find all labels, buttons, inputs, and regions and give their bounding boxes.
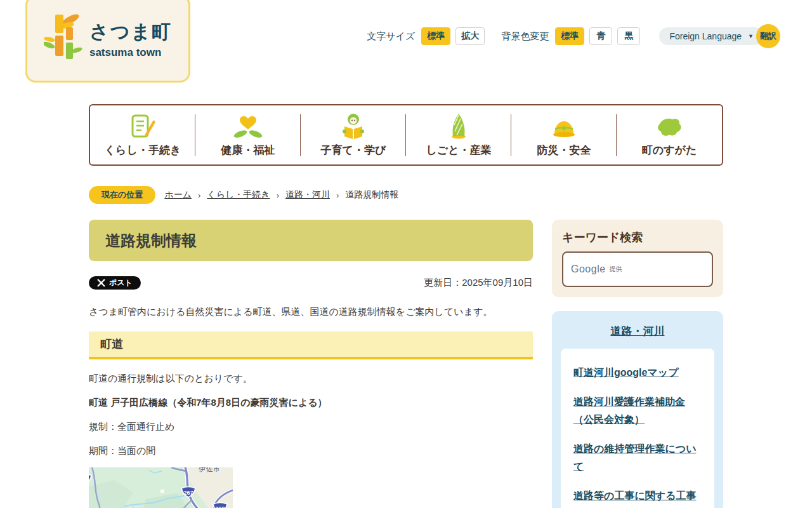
hands-heart-icon bbox=[233, 112, 263, 140]
language-dropdown[interactable]: Foreign Language ▼ bbox=[659, 27, 764, 45]
breadcrumb-separator: › bbox=[277, 190, 279, 200]
logo-subtitle: satsuma town bbox=[89, 46, 172, 59]
breadcrumb-separator: › bbox=[336, 190, 339, 200]
site-logo[interactable]: さつま町 satsuma town bbox=[25, 0, 190, 83]
bg-color-label: 背景色変更 bbox=[501, 30, 549, 43]
bamboo-logo-icon bbox=[44, 11, 83, 67]
breadcrumb-current-page: 道路規制情報 bbox=[345, 189, 398, 201]
related-link-iji-kanri[interactable]: 道路の維持管理作業について bbox=[573, 440, 702, 476]
town-map-icon bbox=[655, 112, 684, 140]
nav-item-machi[interactable]: 町のすがた bbox=[617, 105, 722, 164]
main-navigation: くらし・手続き 健康・福祉 子育て・学び bbox=[89, 104, 723, 166]
nav-label: くらし・手続き bbox=[105, 143, 181, 157]
bg-standard-button[interactable]: 標準 bbox=[555, 27, 584, 45]
current-location-badge: 現在の位置 bbox=[89, 186, 155, 204]
child-reading-icon bbox=[339, 112, 368, 140]
related-link-koji-shonin[interactable]: 道路等の工事に関する工事施工承認申請 bbox=[573, 487, 702, 508]
regulation-type: 規制：全面通行止め bbox=[89, 419, 533, 434]
header-controls: 文字サイズ 標準 拡大 背景色変更 標準 青 黒 Foreign Languag… bbox=[367, 24, 780, 48]
logo-title: さつま町 bbox=[89, 19, 172, 45]
related-link-google-map[interactable]: 町道河川googleマップ bbox=[573, 364, 702, 382]
helmet-icon bbox=[549, 112, 579, 140]
svg-text:328: 328 bbox=[89, 477, 89, 483]
svg-text:268: 268 bbox=[215, 505, 225, 508]
map-area-label: 伊佐市 bbox=[199, 467, 220, 472]
nav-label: 町のすがた bbox=[642, 143, 697, 157]
x-logo-icon bbox=[97, 279, 105, 287]
google-map-embed[interactable]: 267 268 328 伊佐市 bbox=[89, 467, 233, 508]
translate-button[interactable]: 翻訳 bbox=[756, 24, 780, 48]
intro-text: さつま町管内における自然災害による町道、県道、国道の道路規制情報をご案内していま… bbox=[89, 305, 533, 319]
keyword-search-box: キーワード検索 Google 提供 bbox=[552, 220, 723, 297]
road-name: 町道 戸子田広橋線（令和7年8月8日の豪雨災害による） bbox=[89, 395, 533, 410]
nav-label: 防災・安全 bbox=[537, 143, 591, 157]
route-shield-268: 268 bbox=[213, 503, 227, 508]
related-category-link[interactable]: 道路・河川 bbox=[611, 325, 665, 337]
breadcrumb-home-link[interactable]: ホーム bbox=[164, 189, 192, 201]
section-heading-chodo: 町道 bbox=[89, 331, 533, 359]
nav-item-kurashi[interactable]: くらし・手続き bbox=[90, 105, 195, 164]
svg-text:267: 267 bbox=[183, 490, 193, 496]
nav-label: 健康・福祉 bbox=[221, 143, 275, 157]
main-content: 道路規制情報 ポスト 更新日：2025年09月10日 さつま町管内における自然災… bbox=[89, 220, 533, 508]
nav-item-bosai[interactable]: 防災・安全 bbox=[511, 105, 617, 164]
bg-blue-button[interactable]: 青 bbox=[589, 27, 612, 45]
search-heading: キーワード検索 bbox=[562, 230, 713, 245]
font-size-large-button[interactable]: 拡大 bbox=[455, 27, 485, 45]
nav-item-shigoto[interactable]: しごと・産業 bbox=[406, 105, 511, 164]
breadcrumb-separator: › bbox=[198, 190, 200, 200]
related-links-box: 道路・河川 町道河川googleマップ 道路河川愛護作業補助金（公民会対象） 道… bbox=[552, 311, 723, 508]
search-input[interactable]: Google 提供 bbox=[562, 251, 713, 287]
bamboo-shoot-icon bbox=[446, 112, 471, 140]
font-size-label: 文字サイズ bbox=[367, 30, 415, 43]
google-logo: Google bbox=[571, 264, 606, 275]
breadcrumb-doro-kasen-link[interactable]: 道路・河川 bbox=[285, 189, 330, 201]
breadcrumb-kurashi-link[interactable]: くらし・手続き bbox=[207, 189, 270, 201]
nav-label: 子育て・学び bbox=[321, 143, 386, 157]
site-header: さつま町 satsuma town 文字サイズ 標準 拡大 背景色変更 標準 青… bbox=[0, 0, 812, 83]
nav-item-kenko[interactable]: 健康・福祉 bbox=[195, 105, 301, 164]
breadcrumb: 現在の位置 ホーム › くらし・手続き › 道路・河川 › 道路規制情報 bbox=[89, 187, 723, 203]
nav-label: しごと・産業 bbox=[426, 143, 491, 157]
nav-item-kosodate[interactable]: 子育て・学び bbox=[301, 105, 406, 164]
x-post-share-button[interactable]: ポスト bbox=[89, 276, 141, 290]
regulation-period: 期間：当面の間 bbox=[89, 443, 533, 458]
updated-date: 更新日：2025年09月10日 bbox=[424, 277, 533, 289]
google-provider-note: 提供 bbox=[610, 265, 622, 274]
page-title: 道路規制情報 bbox=[89, 220, 533, 261]
bg-black-button[interactable]: 黒 bbox=[617, 27, 640, 45]
language-dropdown-label: Foreign Language bbox=[669, 31, 742, 41]
related-link-aigo-hojokin[interactable]: 道路河川愛護作業補助金（公民会対象） bbox=[573, 393, 702, 429]
sidebar: キーワード検索 Google 提供 道路・河川 町道河川googleマップ 道路… bbox=[552, 220, 723, 508]
regulation-intro: 町道の通行規制は以下のとおりです。 bbox=[89, 371, 533, 386]
font-size-standard-button[interactable]: 標準 bbox=[421, 27, 450, 45]
document-pen-icon bbox=[128, 112, 157, 140]
chevron-down-icon: ▼ bbox=[748, 33, 754, 39]
